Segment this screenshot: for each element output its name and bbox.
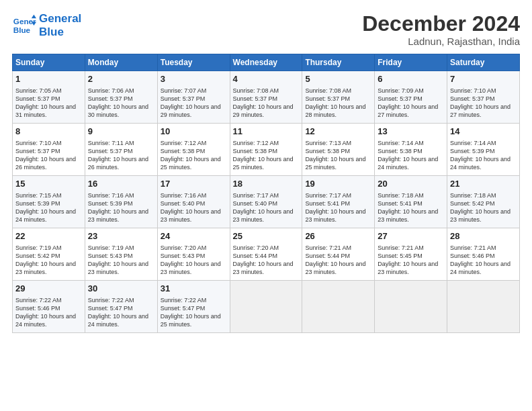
day-cell: 4 Sunrise: 7:08 AM Sunset: 5:37 PM Dayli…	[230, 71, 302, 124]
sunrise-label: Sunrise: 7:07 AM	[161, 87, 207, 94]
daylight-label: Daylight: 10 hours and 24 minutes.	[450, 156, 511, 171]
daylight-label: Daylight: 10 hours and 24 minutes.	[15, 208, 76, 223]
day-cell: 28 Sunrise: 7:21 AM Sunset: 5:46 PM Dayl…	[447, 228, 520, 281]
daylight-label: Daylight: 10 hours and 27 minutes.	[378, 103, 438, 118]
daylight-label: Daylight: 10 hours and 23 minutes.	[233, 208, 294, 223]
daylight-label: Daylight: 10 hours and 25 minutes.	[161, 156, 221, 171]
sunset-label: Sunset: 5:44 PM	[233, 253, 278, 259]
day-number: 13	[378, 126, 444, 138]
sunrise-label: Sunrise: 7:21 AM	[450, 244, 496, 251]
day-cell: 20 Sunrise: 7:18 AM Sunset: 5:41 PM Dayl…	[375, 176, 447, 228]
sunrise-label: Sunrise: 7:09 AM	[378, 87, 424, 94]
sunset-label: Sunset: 5:38 PM	[161, 148, 206, 154]
day-number: 20	[378, 178, 444, 190]
week-row-2: 8 Sunrise: 7:10 AM Sunset: 5:37 PM Dayli…	[13, 124, 520, 176]
daylight-label: Daylight: 10 hours and 25 minutes.	[161, 313, 221, 328]
sunrise-label: Sunrise: 7:21 AM	[305, 244, 351, 251]
day-cell: 24 Sunrise: 7:20 AM Sunset: 5:43 PM Dayl…	[157, 228, 230, 281]
sunset-label: Sunset: 5:43 PM	[88, 253, 133, 259]
sunset-label: Sunset: 5:41 PM	[305, 200, 350, 207]
day-number: 24	[161, 230, 227, 242]
header-thursday: Thursday	[302, 54, 375, 71]
day-number: 28	[450, 230, 517, 242]
sunrise-label: Sunrise: 7:18 AM	[450, 192, 496, 199]
sunrise-label: Sunrise: 7:11 AM	[88, 140, 134, 146]
day-cell: 25 Sunrise: 7:20 AM Sunset: 5:44 PM Dayl…	[230, 228, 302, 281]
sunset-label: Sunset: 5:37 PM	[161, 95, 206, 102]
week-row-1: 1 Sunrise: 7:05 AM Sunset: 5:37 PM Dayli…	[13, 71, 520, 124]
daylight-label: Daylight: 10 hours and 29 minutes.	[161, 103, 221, 118]
sunrise-label: Sunrise: 7:08 AM	[305, 87, 351, 94]
header-monday: Monday	[85, 54, 157, 71]
sunset-label: Sunset: 5:47 PM	[161, 305, 206, 312]
day-number: 30	[88, 283, 154, 295]
sunset-label: Sunset: 5:41 PM	[378, 200, 423, 207]
sunset-label: Sunset: 5:38 PM	[305, 148, 350, 154]
day-number: 23	[88, 230, 154, 242]
calendar-table: SundayMondayTuesdayWednesdayThursdayFrid…	[12, 54, 520, 333]
day-cell	[375, 281, 447, 333]
month-title: December 2024	[362, 12, 520, 36]
daylight-label: Daylight: 10 hours and 25 minutes.	[305, 156, 365, 171]
day-cell: 19 Sunrise: 7:17 AM Sunset: 5:41 PM Dayl…	[302, 176, 375, 228]
daylight-label: Daylight: 10 hours and 23 minutes.	[305, 208, 365, 223]
page-container: General Blue General Blue December 2024 …	[0, 0, 532, 340]
daylight-label: Daylight: 10 hours and 30 minutes.	[88, 103, 148, 118]
sunset-label: Sunset: 5:46 PM	[15, 305, 60, 312]
day-number: 7	[450, 73, 517, 85]
day-number: 14	[450, 126, 517, 138]
sunset-label: Sunset: 5:37 PM	[305, 95, 350, 102]
day-cell	[230, 281, 302, 333]
sunrise-label: Sunrise: 7:21 AM	[378, 244, 424, 251]
day-cell: 30 Sunrise: 7:22 AM Sunset: 5:47 PM Dayl…	[85, 281, 157, 333]
header-saturday: Saturday	[447, 54, 520, 71]
daylight-label: Daylight: 10 hours and 23 minutes.	[305, 261, 365, 275]
sunset-label: Sunset: 5:37 PM	[15, 95, 60, 102]
daylight-label: Daylight: 10 hours and 23 minutes.	[450, 208, 511, 223]
day-number: 5	[305, 73, 371, 85]
sunrise-label: Sunrise: 7:12 AM	[233, 140, 279, 146]
sunrise-label: Sunrise: 7:06 AM	[88, 87, 134, 94]
day-cell: 27 Sunrise: 7:21 AM Sunset: 5:45 PM Dayl…	[375, 228, 447, 281]
header-wednesday: Wednesday	[230, 54, 302, 71]
sunset-label: Sunset: 5:38 PM	[378, 148, 423, 154]
sunrise-label: Sunrise: 7:14 AM	[450, 140, 496, 146]
sunrise-label: Sunrise: 7:10 AM	[450, 87, 496, 94]
subtitle: Ladnun, Rajasthan, India	[362, 36, 520, 47]
sunrise-label: Sunrise: 7:15 AM	[15, 192, 62, 199]
header-friday: Friday	[375, 54, 447, 71]
sunrise-label: Sunrise: 7:12 AM	[161, 140, 207, 146]
day-cell: 14 Sunrise: 7:14 AM Sunset: 5:39 PM Dayl…	[447, 124, 520, 176]
sunset-label: Sunset: 5:37 PM	[378, 95, 423, 102]
daylight-label: Daylight: 10 hours and 23 minutes.	[15, 261, 76, 275]
sunset-label: Sunset: 5:37 PM	[233, 95, 278, 102]
day-cell: 16 Sunrise: 7:16 AM Sunset: 5:39 PM Dayl…	[85, 176, 157, 228]
daylight-label: Daylight: 10 hours and 23 minutes.	[378, 208, 438, 223]
day-cell: 17 Sunrise: 7:16 AM Sunset: 5:40 PM Dayl…	[157, 176, 230, 228]
sunrise-label: Sunrise: 7:10 AM	[15, 140, 62, 146]
day-cell: 18 Sunrise: 7:17 AM Sunset: 5:40 PM Dayl…	[230, 176, 302, 228]
day-cell: 11 Sunrise: 7:12 AM Sunset: 5:38 PM Dayl…	[230, 124, 302, 176]
day-cell: 5 Sunrise: 7:08 AM Sunset: 5:37 PM Dayli…	[302, 71, 375, 124]
day-number: 22	[15, 230, 82, 242]
sunrise-label: Sunrise: 7:16 AM	[161, 192, 207, 199]
logo: General Blue General Blue	[12, 12, 81, 40]
day-number: 6	[378, 73, 444, 85]
day-cell: 22 Sunrise: 7:19 AM Sunset: 5:42 PM Dayl…	[13, 228, 85, 281]
title-block: December 2024 Ladnun, Rajasthan, India	[362, 12, 520, 47]
day-cell: 21 Sunrise: 7:18 AM Sunset: 5:42 PM Dayl…	[447, 176, 520, 228]
day-number: 25	[233, 230, 300, 242]
sunset-label: Sunset: 5:45 PM	[378, 253, 423, 259]
sunset-label: Sunset: 5:39 PM	[88, 200, 133, 207]
sunrise-label: Sunrise: 7:18 AM	[378, 192, 424, 199]
daylight-label: Daylight: 10 hours and 23 minutes.	[378, 261, 438, 275]
day-number: 3	[161, 73, 227, 85]
day-number: 16	[88, 178, 154, 190]
sunset-label: Sunset: 5:46 PM	[450, 253, 495, 259]
sunset-label: Sunset: 5:38 PM	[233, 148, 278, 154]
day-number: 8	[15, 126, 82, 138]
day-number: 4	[233, 73, 300, 85]
sunrise-label: Sunrise: 7:08 AM	[233, 87, 279, 94]
day-number: 27	[378, 230, 444, 242]
daylight-label: Daylight: 10 hours and 23 minutes.	[233, 261, 294, 275]
